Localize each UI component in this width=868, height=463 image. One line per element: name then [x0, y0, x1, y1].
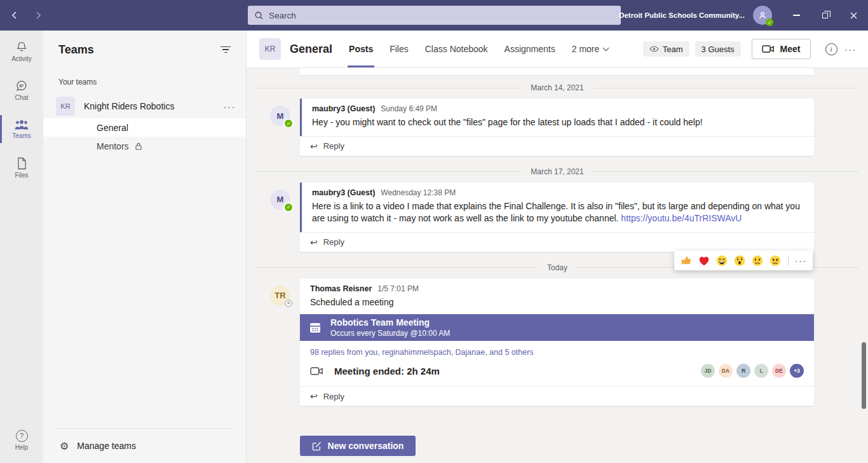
rail-item-chat[interactable]: Chat [0, 73, 43, 108]
tab-class-notebook[interactable]: Class Notebook [425, 31, 488, 67]
message-maubry3-1: M ✓ maubry3 (Guest) Sunday 6:49 PM Hey -… [300, 99, 814, 156]
channel-header: KR General Posts Files Class Notebook As… [247, 31, 868, 68]
manage-teams-label: Manage teams [77, 441, 136, 451]
info-icon[interactable]: i [825, 43, 837, 55]
reply-button[interactable]: ↩ Reply [300, 136, 814, 156]
avatar[interactable]: M ✓ [270, 106, 290, 126]
rail-item-files[interactable]: Files [0, 150, 43, 186]
forward-icon[interactable] [31, 6, 46, 24]
scrollbar-thumb[interactable] [862, 342, 866, 409]
participant-avatar[interactable]: DE [772, 364, 786, 378]
message-timestamp: 1/5 7:01 PM [377, 284, 419, 293]
avatar[interactable]: M ✓ [270, 190, 290, 210]
reply-button[interactable]: ↩ Reply [300, 232, 814, 252]
team-name: Knight Riders Robotics [84, 101, 174, 111]
restore-icon [822, 13, 828, 18]
presence-offline-icon: ✕ [285, 300, 292, 307]
meeting-banner[interactable]: Robotics Team Meeting Occurs every Satur… [300, 314, 814, 341]
calendar-icon [308, 321, 322, 335]
user-avatar[interactable]: ✓ [753, 6, 772, 25]
channel-team-badge: KR [259, 38, 281, 60]
compose-icon [312, 441, 322, 451]
rail-item-teams[interactable]: Teams [0, 111, 43, 147]
message-thomas-reisner: TR ✕ Thomas Reisner 1/5 7:01 PM Schedule… [300, 279, 814, 406]
channel-tabs: Posts Files Class Notebook Assignments 2… [349, 31, 608, 67]
reply-arrow-icon: ↩ [310, 237, 318, 247]
rail-item-label: Files [15, 172, 28, 179]
help-icon: ? [16, 430, 28, 442]
your-teams-label: Your teams [43, 69, 246, 94]
meeting-recurrence: Occurs every Saturday @10:00 AM [330, 329, 450, 338]
rail-item-label: Activity [11, 55, 32, 62]
teams-app-window: Detroit Public Schools Community... ✓ Ac… [0, 0, 868, 463]
message-maubry3-2: M ✓ maubry3 (Guest) Wednesday 12:38 PM H… [300, 183, 814, 252]
message-author[interactable]: maubry3 (Guest) [312, 104, 375, 113]
close-button[interactable] [839, 0, 868, 31]
filter-icon[interactable] [218, 44, 233, 56]
date-divider: March 14, 2021 [255, 83, 859, 92]
history-nav [6, 0, 46, 31]
sad-icon[interactable] [751, 254, 764, 267]
rail-item-label: Help [15, 444, 29, 451]
meeting-ended-row: Meeting ended: 2h 24m JD DA R L DE +3 [300, 357, 814, 386]
search-input[interactable] [269, 11, 614, 20]
minimize-icon [793, 15, 800, 15]
channel-general[interactable]: General [43, 118, 246, 137]
presence-available-icon: ✓ [285, 204, 292, 211]
rail-item-activity[interactable]: Activity [0, 34, 43, 69]
avatar[interactable]: TR ✕ [270, 286, 290, 306]
camera-icon [310, 366, 323, 376]
reaction-more-icon[interactable]: ··· [795, 255, 808, 266]
participant-avatar[interactable]: JD [701, 364, 715, 378]
participant-avatar[interactable]: DA [719, 364, 733, 378]
team-row-knight-riders[interactable]: KR Knight Riders Robotics ··· [43, 94, 246, 118]
surprised-icon[interactable] [733, 254, 746, 267]
channel-mentors[interactable]: Mentors [43, 137, 246, 155]
guests-pill[interactable]: 3 Guests [695, 41, 741, 57]
message-card: maubry3 (Guest) Wednesday 12:38 PM Here … [300, 183, 814, 252]
camera-icon [762, 45, 775, 53]
eye-icon [649, 46, 659, 52]
tab-assignments[interactable]: Assignments [505, 31, 555, 67]
laugh-icon[interactable] [715, 254, 728, 267]
thumbs-up-icon[interactable] [680, 254, 693, 267]
chat-icon [15, 79, 28, 92]
meet-button[interactable]: Meet [752, 39, 811, 59]
back-icon[interactable] [6, 6, 22, 24]
search-bar[interactable] [248, 6, 621, 25]
minimize-button[interactable] [782, 0, 811, 31]
team-more-icon[interactable]: ··· [224, 101, 236, 112]
message-author[interactable]: Thomas Reisner [310, 284, 372, 293]
message-body: Hey - you might want to check out the "f… [312, 116, 804, 129]
message-author[interactable]: maubry3 (Guest) [312, 188, 375, 197]
new-conversation-button[interactable]: New conversation [300, 436, 416, 456]
reaction-bar: ··· [674, 251, 813, 270]
date-divider: March 17, 2021 [255, 167, 859, 176]
participant-avatar[interactable]: L [754, 364, 768, 378]
sidebar-header: Teams [43, 31, 246, 69]
rail-item-help[interactable]: ? Help [0, 422, 43, 458]
app-rail: Activity Chat Teams Files ? Help [0, 31, 43, 463]
tab-more[interactable]: 2 more [572, 31, 609, 67]
channel-name: General [97, 123, 128, 133]
reply-button[interactable]: ↩ Reply [300, 386, 814, 406]
org-name: Detroit Public Schools Community... [619, 11, 745, 19]
participant-avatars: JD DA R L DE +3 [701, 364, 804, 378]
team-privacy-pill[interactable]: Team [643, 41, 689, 57]
youtube-link[interactable]: https://youtu.be/4uTrRISWAvU [621, 213, 742, 223]
presence-available-icon: ✓ [766, 18, 773, 26]
previous-message-edge [300, 68, 814, 75]
angry-icon[interactable] [769, 254, 782, 267]
tab-files[interactable]: Files [390, 31, 409, 67]
sidebar-bottom: ⚙ Manage teams [43, 428, 246, 463]
restore-button[interactable] [811, 0, 839, 31]
participant-avatar[interactable]: R [736, 364, 750, 378]
heart-icon[interactable] [698, 254, 710, 267]
tab-posts[interactable]: Posts [349, 31, 373, 67]
replies-summary-link[interactable]: 98 replies from you, reginahimmelspach, … [300, 341, 814, 357]
manage-teams-button[interactable]: ⚙ Manage teams [43, 429, 246, 463]
message-card: maubry3 (Guest) Sunday 6:49 PM Hey - you… [300, 99, 814, 156]
participant-overflow-badge[interactable]: +3 [790, 364, 804, 378]
teams-icon [14, 120, 29, 130]
header-more-icon[interactable]: ··· [844, 44, 857, 55]
